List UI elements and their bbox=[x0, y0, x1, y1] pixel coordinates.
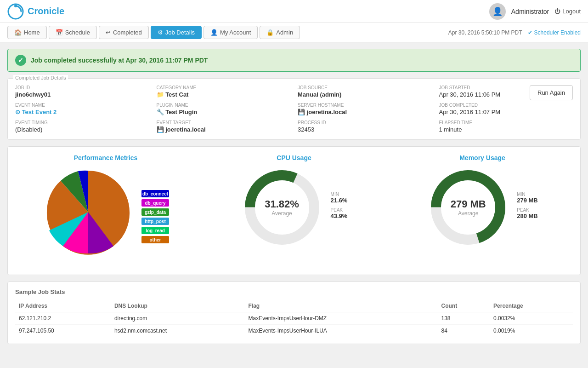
job-id-field: JOB ID jino6chwy01 bbox=[15, 85, 149, 98]
perf-metrics-title: Performance Metrics bbox=[15, 154, 196, 161]
nav-datetime: Apr 30, 2016 5:50:10 PM PDT bbox=[448, 29, 522, 36]
category-name-field: CATEGORY NAME 📁 Test Cat bbox=[157, 85, 291, 98]
circle-icon: ⊙ bbox=[15, 109, 22, 115]
charts-section: Performance Metrics bbox=[7, 146, 581, 275]
table-row: 62.121.210.2 directing.com MaxEvents-Imp… bbox=[15, 312, 573, 325]
app-logo: Cronicle bbox=[7, 3, 64, 20]
memory-peak-label: PEAK bbox=[517, 207, 538, 213]
legend-dot-log-read: log_read bbox=[141, 227, 169, 234]
cpu-usage-title: CPU Usage bbox=[204, 154, 384, 161]
job-source-value: Manual (admin) bbox=[298, 91, 432, 98]
legend-http-post: http_post bbox=[141, 218, 169, 225]
legend-gzip-data: gzip_data bbox=[141, 208, 169, 216]
stats-title: Sample Job Stats bbox=[15, 288, 573, 295]
my-account-icon: 👤 bbox=[210, 29, 218, 36]
cpu-min-label: MIN bbox=[331, 192, 348, 197]
cpu-donut-container: 31.82% Average MIN 21.6% PEAK 43.9% bbox=[204, 166, 384, 249]
col-pct: Percentage bbox=[490, 300, 573, 312]
pie-svg bbox=[42, 166, 134, 258]
stats-header-row: IP Address DNS Lookup Flag Count Percent… bbox=[15, 300, 573, 312]
tab-completed[interactable]: ↩ Completed bbox=[99, 26, 149, 39]
schedule-icon: 📅 bbox=[56, 29, 63, 36]
memory-usage-section: Memory Usage 279 MB Average MIN bbox=[392, 154, 573, 249]
scheduler-status: ✔ Scheduler Enabled bbox=[528, 29, 581, 36]
memory-min-stat: MIN 279 MB bbox=[517, 192, 538, 204]
event-timing-label: EVENT TIMING bbox=[15, 120, 149, 125]
col-ip: IP Address bbox=[15, 300, 111, 312]
legend-db-connect: db_connect bbox=[141, 190, 169, 197]
legend-dot-http-post: http_post bbox=[141, 218, 169, 225]
event-name-link[interactable]: ⊙ Test Event 2 bbox=[15, 109, 57, 115]
tab-job-details[interactable]: ⚙ Job Details bbox=[151, 26, 202, 39]
legend-dot-other: other bbox=[141, 236, 169, 243]
memory-peak-value: 280 MB bbox=[517, 213, 538, 219]
job-id-label: JOB ID bbox=[15, 85, 149, 90]
legend-dot-db-query: db_query bbox=[141, 199, 169, 207]
tab-my-account-label: My Account bbox=[220, 29, 251, 36]
logo-icon bbox=[7, 3, 24, 20]
cell-count: 84 bbox=[438, 325, 490, 337]
main-content: ✓ Job completed successfully at Apr 30, … bbox=[0, 42, 588, 351]
plugin-name-field: PLUGIN NAME 🔧 Test Plugin bbox=[157, 103, 291, 115]
job-source-label: JOB SOURCE bbox=[298, 85, 432, 90]
home-icon: 🏠 bbox=[14, 29, 22, 36]
scheduler-label: Scheduler Enabled bbox=[534, 29, 581, 36]
tab-admin-label: Admin bbox=[276, 29, 293, 36]
server-icon: 💾 bbox=[298, 109, 307, 115]
run-again-button[interactable]: Run Again bbox=[530, 85, 573, 100]
app-name: Cronicle bbox=[28, 6, 64, 17]
success-banner: ✓ Job completed successfully at Apr 30, … bbox=[7, 49, 581, 72]
admin-icon: 🔒 bbox=[266, 29, 274, 36]
folder-icon: 📁 bbox=[157, 91, 166, 98]
logout-label: Logout bbox=[562, 8, 581, 15]
cpu-stats: MIN 21.6% PEAK 43.9% bbox=[331, 192, 348, 223]
job-details-icon: ⚙ bbox=[158, 29, 163, 36]
table-row: 97.247.105.50 hsd2.nm.comcast.net MaxEve… bbox=[15, 325, 573, 337]
event-timing-field: EVENT TIMING (Disabled) bbox=[15, 120, 149, 133]
wrench-icon: 🔧 bbox=[157, 109, 166, 115]
tab-schedule-label: Schedule bbox=[65, 29, 90, 36]
cpu-peak-value: 43.9% bbox=[331, 213, 348, 219]
admin-label: Administrator bbox=[511, 8, 549, 15]
tab-home[interactable]: 🏠 Home bbox=[7, 26, 47, 39]
col-count: Count bbox=[438, 300, 490, 312]
event-name-value: ⊙ Test Event 2 bbox=[15, 109, 149, 115]
target-icon: 💾 bbox=[157, 126, 166, 133]
nav-bar: 🏠 Home 📅 Schedule ↩ Completed ⚙ Job Deta… bbox=[0, 23, 588, 42]
job-details-box: Completed Job Details Run Again JOB ID j… bbox=[7, 78, 581, 140]
elapsed-time-field: ELAPSED TIME 1 minute bbox=[439, 120, 573, 133]
cell-count: 138 bbox=[438, 312, 490, 325]
stats-thead: IP Address DNS Lookup Flag Count Percent… bbox=[15, 300, 573, 312]
memory-stats: MIN 279 MB PEAK 280 MB bbox=[517, 192, 538, 223]
event-name-label: EVENT NAME bbox=[15, 103, 149, 108]
memory-min-label: MIN bbox=[517, 192, 538, 197]
cpu-usage-section: CPU Usage 31.82% Average bbox=[204, 154, 384, 249]
tab-completed-label: Completed bbox=[113, 29, 142, 36]
tab-admin[interactable]: 🔒 Admin bbox=[260, 26, 300, 39]
memory-donut: 279 MB Average bbox=[427, 166, 509, 249]
process-id-value: 32453 bbox=[298, 126, 432, 133]
pie-container: db_connect db_query gzip_data http_post … bbox=[15, 166, 196, 267]
tab-my-account[interactable]: 👤 My Account bbox=[204, 26, 258, 39]
cell-ip: 62.121.210.2 bbox=[15, 312, 111, 325]
tab-schedule[interactable]: 📅 Schedule bbox=[49, 26, 97, 39]
cpu-peak-label: PEAK bbox=[331, 207, 348, 213]
plugin-name-label: PLUGIN NAME bbox=[157, 103, 291, 108]
memory-average-value: 279 MB bbox=[451, 198, 486, 210]
event-target-field: EVENT TARGET 💾 joeretina.local bbox=[157, 120, 291, 133]
job-completed-label: JOB COMPLETED bbox=[439, 103, 573, 108]
server-hostname-value: 💾 joeretina.local bbox=[298, 109, 432, 115]
success-icon: ✓ bbox=[15, 55, 26, 66]
server-hostname-label: SERVER HOSTNAME bbox=[298, 103, 432, 108]
memory-min-value: 279 MB bbox=[517, 197, 538, 204]
job-source-field: JOB SOURCE Manual (admin) bbox=[298, 85, 432, 98]
check-icon: ✔ bbox=[528, 29, 532, 36]
pie-legend: db_connect db_query gzip_data http_post … bbox=[141, 190, 169, 243]
logout-button[interactable]: ⏻ Logout bbox=[554, 8, 581, 15]
legend-dot-gzip-data: gzip_data bbox=[141, 208, 169, 216]
memory-average-label: Average bbox=[451, 210, 486, 217]
memory-donut-center: 279 MB Average bbox=[451, 198, 486, 217]
cpu-donut: 31.82% Average bbox=[241, 166, 323, 249]
performance-metrics: Performance Metrics bbox=[15, 154, 196, 267]
job-completed-field: JOB COMPLETED Apr 30, 2016 11:07 PM bbox=[439, 103, 573, 115]
